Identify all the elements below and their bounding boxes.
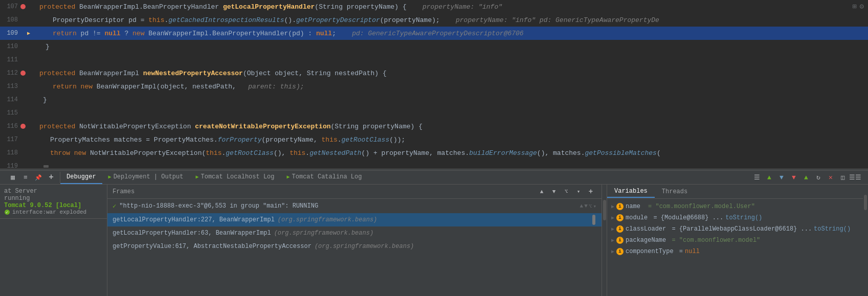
tab-threads[interactable]: Threads — [655, 186, 695, 197]
thread-filter-icon[interactable]: ⌥ — [589, 203, 592, 210]
stop-icon[interactable]: ✕ — [825, 172, 836, 183]
line-number-area: 113 — [0, 82, 37, 90]
frames-header-label: Frames — [113, 188, 135, 195]
svg-point-0 — [20, 4, 26, 9]
code-content: throw new NotWritablePropertyException(t… — [35, 149, 868, 157]
frames-list: ✓ "http-nio-18888-exec-3"@6,553 in group… — [107, 199, 602, 296]
frames-filter-icon[interactable]: ⌥ — [561, 186, 572, 197]
frame-selected-text: getLocalPropertyHandler:227, BeanWrapper… — [113, 216, 275, 223]
code-line-117: 117 PropertyMatches matches = PropertyMa… — [0, 133, 868, 146]
filter-icon[interactable]: ▦ — [7, 172, 18, 183]
line-number-area: 108 — [0, 16, 37, 24]
var-value-packagename: = "com.moonflower.model" — [668, 237, 760, 244]
rerun-icon[interactable]: ↻ — [813, 172, 824, 183]
code-line-114: 114 } — [0, 93, 868, 106]
format-icon[interactable]: ≡ — [20, 172, 31, 183]
code-line-110: 110 } — [0, 40, 868, 53]
tab-deployment[interactable]: ▶ Deployment | Output — [102, 171, 190, 184]
var-item-classloader: ▶ i classLoader = {ParallelWebappClassLo… — [607, 223, 863, 235]
tab-tomcat-catalina[interactable]: ▶ Tomcat Catalina Log — [281, 171, 368, 184]
tab-variables[interactable]: Variables — [607, 186, 655, 198]
right-scrollbar[interactable] — [863, 185, 868, 296]
var-expand-module[interactable]: ▶ — [611, 215, 614, 221]
var-icon-module: i — [616, 214, 624, 221]
var-expand-componenttype[interactable]: ▶ — [611, 248, 614, 255]
tab-debugger[interactable]: Debugger — [60, 171, 102, 184]
line-number-area: 118 — [0, 149, 35, 157]
no-icon — [19, 42, 27, 51]
frames-header-bar: Frames ▲ ▼ ⌥ ▾ + — [107, 185, 602, 199]
breakpoint-icon[interactable] — [19, 3, 27, 11]
no-icon — [19, 56, 27, 64]
breakpoint-icon[interactable] — [19, 69, 27, 77]
frames-add-icon[interactable]: + — [585, 186, 596, 197]
line-number: 115 — [0, 109, 18, 117]
code-content: } — [37, 43, 868, 51]
frame-item-2[interactable]: getLocalPropertyHandler:63, BeanWrapperI… — [107, 226, 602, 240]
center-scroll-thumb — [603, 200, 606, 220]
line-number: 110 — [0, 43, 18, 50]
svg-point-1 — [20, 71, 26, 76]
breakpoint-icon[interactable] — [19, 122, 27, 130]
left-panel: at Server running Tomcat 9.0.52 [local] … — [0, 185, 107, 296]
line-number-area: 111 — [0, 56, 35, 64]
debug-tabs: ▦ ≡ 📌 + Debugger ▶ Deployment | Output ▶… — [0, 171, 868, 185]
step-out-icon[interactable]: ▲ — [800, 172, 812, 183]
frame-text-2: getLocalPropertyHandler:63, BeanWrapperI… — [113, 230, 271, 237]
restore-layout-icon[interactable]: ◫ — [837, 172, 849, 183]
no-breakpoint — [19, 16, 27, 24]
server-info: at Server running Tomcat 9.0.52 [local] … — [0, 185, 107, 219]
resume-icon[interactable]: ▲ — [764, 172, 775, 183]
frame-selected-item[interactable]: getLocalPropertyHandler:227, BeanWrapper… — [107, 213, 602, 226]
server-at-label: at Server — [4, 188, 103, 195]
settings2-icon[interactable]: ☰☰ — [850, 172, 861, 183]
frames-dropdown-icon[interactable]: ▾ — [573, 186, 584, 197]
frames-down-icon[interactable]: ▼ — [548, 186, 560, 197]
thread-more-icon[interactable]: ▾ — [593, 203, 596, 210]
var-expand-classloader[interactable]: ▶ — [611, 226, 614, 232]
tab-tomcat-localhost[interactable]: ▶ Tomcat Localhost Log — [189, 171, 280, 184]
code-content: protected BeanWrapperImpl.BeanPropertyHa… — [37, 3, 868, 11]
code-lines: 107 protected BeanWrapperImpl.BeanProper… — [0, 0, 868, 169]
center-panel: Frames ▲ ▼ ⌥ ▾ + ✓ "http-nio-18888-exec-… — [107, 185, 602, 296]
right-panel: Variables Threads ▶ i name = "com.moonfl… — [607, 185, 863, 296]
var-item-componenttype: ▶ i componentType = null — [607, 246, 863, 257]
var-item-name: ▶ i name = "com.moonflower.model.User" — [607, 201, 863, 212]
line-number: 107 — [0, 3, 18, 10]
line-number: 119 — [0, 163, 18, 169]
line-number-area: 119 — [0, 163, 35, 169]
frame-selected-org: (org.springframework.beans) — [278, 216, 377, 223]
no-icon — [19, 82, 27, 90]
add-icon[interactable]: + — [46, 172, 57, 183]
var-expand-packagename[interactable]: ▶ — [611, 237, 614, 243]
var-expand-name[interactable]: ▶ — [611, 203, 614, 210]
thread-controls: ▲ ▼ ⌥ ▾ — [580, 203, 596, 210]
code-content: PropertyMatches matches = PropertyMatche… — [35, 136, 868, 144]
thread-resume-icon[interactable]: ▼ — [584, 203, 588, 210]
center-scrollbar[interactable] — [602, 185, 607, 296]
code-content: } — [35, 96, 868, 104]
editor-top-controls: ⊞ ⚙ — [852, 2, 864, 11]
pin-icon[interactable]: 📌 — [33, 172, 44, 183]
frames-up-icon[interactable]: ▲ — [536, 186, 547, 197]
frame-thread-item[interactable]: ✓ "http-nio-18888-exec-3"@6,553 in group… — [107, 199, 602, 213]
line-number-area: 114 — [0, 96, 35, 104]
layout-icon[interactable]: ⊞ — [852, 2, 856, 11]
settings-icon[interactable]: ⚙ — [860, 2, 864, 11]
execution-arrow: ▶ — [27, 30, 33, 36]
catalina-tab-icon: ▶ — [287, 174, 290, 180]
step-into-icon[interactable]: ▼ — [788, 172, 799, 183]
stream-icon[interactable]: ☰ — [751, 172, 763, 183]
frame-item-3[interactable]: getPropertyValue:617, AbstractNestablePr… — [107, 240, 602, 253]
var-item-packagename: ▶ i packageName = "com.moonflower.model" — [607, 235, 863, 246]
var-name-label: componentType — [626, 248, 674, 255]
line-number: 117 — [0, 136, 18, 143]
line-number: 112 — [0, 70, 18, 77]
var-value-componenttype: = — [676, 248, 683, 255]
code-line-107: 107 protected BeanWrapperImpl.BeanProper… — [0, 0, 868, 13]
step-over-icon[interactable]: ▼ — [776, 172, 787, 183]
var-name-label: packageName — [626, 237, 666, 244]
thread-pause-icon[interactable]: ▲ — [580, 203, 584, 210]
line-number-area: 112 — [0, 69, 37, 77]
no-icon — [19, 96, 27, 104]
